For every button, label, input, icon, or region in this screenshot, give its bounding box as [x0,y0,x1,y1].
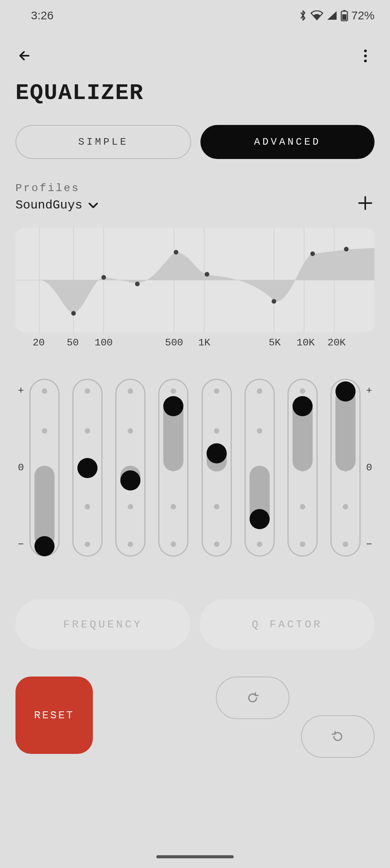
undo-button[interactable] [216,677,289,719]
eq-band-slider-5[interactable] [202,379,232,557]
scale-minus: − [366,539,372,550]
redo-icon [329,728,346,745]
svg-point-13 [101,275,106,280]
svg-point-18 [310,251,315,256]
undo-icon [244,689,261,706]
param-buttons: FREQUENCY Q FACTOR [0,557,390,649]
svg-point-16 [205,272,209,277]
eq-band-slider-3[interactable] [115,379,145,557]
bluetooth-icon [299,10,307,21]
tab-simple[interactable]: SIMPLE [15,125,191,159]
eq-sliders: + 0 − [0,379,390,557]
xaxis-tick: 20 [32,337,44,349]
scale-zero: 0 [366,462,372,473]
scale-zero: 0 [18,462,24,473]
bottom-controls: RESET [0,649,390,750]
xaxis-tick: 1K [198,337,210,349]
redo-button[interactable] [301,715,375,758]
xaxis-tick: 50 [67,337,79,349]
svg-rect-1 [343,10,346,12]
svg-point-19 [344,247,349,251]
scale-minus: − [18,539,24,550]
dot-icon [364,60,367,62]
scale-plus: + [18,385,24,396]
profiles-row: Profiles SoundGuys [0,159,390,212]
eq-band-slider-1[interactable] [29,379,60,557]
status-right: 72% [299,9,375,22]
profile-select[interactable]: SoundGuys [15,198,99,212]
xaxis-tick: 5K [269,337,281,349]
page-title: EQUALIZER [0,73,390,125]
profile-selected-value: SoundGuys [15,198,82,212]
battery-icon [340,10,348,21]
eq-xaxis-labels: 20 50 100 500 1K 5K 10K 20K [0,332,390,348]
back-button[interactable] [15,46,34,65]
dot-icon [364,50,367,52]
frequency-button[interactable]: FREQUENCY [15,599,190,649]
wifi-icon [310,10,323,21]
cell-signal-icon [327,10,337,21]
scale-plus: + [366,385,372,396]
profiles-label: Profiles [15,182,99,194]
dot-icon [364,55,367,57]
undo-redo-group [93,677,375,754]
svg-point-15 [174,250,178,255]
eq-band-slider-4[interactable] [158,379,188,557]
overflow-menu-button[interactable] [356,46,375,65]
xaxis-tick: 10K [297,337,315,349]
eq-band-slider-2[interactable] [72,379,103,557]
eq-band-slider-7[interactable] [287,379,318,557]
svg-rect-2 [342,14,346,20]
home-indicator[interactable] [156,855,234,858]
xaxis-tick: 20K [328,337,346,349]
slider-scale-right: + 0 − [362,379,376,557]
eq-band-slider-6[interactable] [245,379,275,557]
eq-response-graph[interactable] [15,228,375,332]
reset-button[interactable]: RESET [15,677,93,754]
svg-point-14 [135,282,140,286]
battery-percent: 72% [351,9,375,22]
add-profile-button[interactable] [356,194,375,212]
xaxis-tick: 500 [165,337,183,349]
eq-band-slider-8[interactable] [330,379,361,557]
xaxis-tick: 100 [95,337,113,349]
tab-advanced[interactable]: ADVANCED [200,125,375,159]
back-arrow-icon [17,48,32,63]
sliders-row [28,379,362,557]
slider-scale-left: + 0 − [14,379,28,557]
svg-point-12 [71,311,76,316]
app-header [0,31,390,73]
status-bar: 3:26 72% [0,0,390,31]
chevron-down-icon [88,202,99,209]
status-time: 3:26 [31,9,53,22]
qfactor-button[interactable]: Q FACTOR [200,599,375,649]
svg-point-17 [272,299,276,304]
eq-mode-tabs: SIMPLE ADVANCED [0,125,390,159]
plus-icon [358,195,373,211]
